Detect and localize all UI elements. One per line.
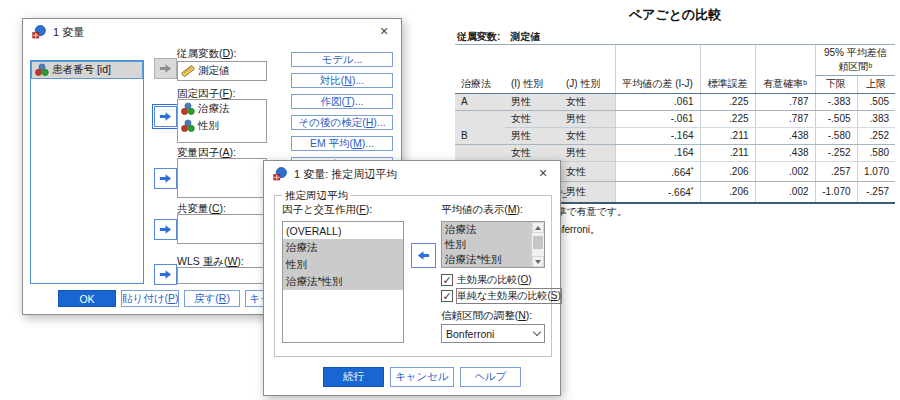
table-row: 女性 男性 -.061 .225 .787 -.505 .383 [455,111,895,128]
display-means-items: 治療法性別治療法*性別 [442,222,531,267]
dialog-titlebar[interactable]: 1 変量: 推定周辺平均 × [264,161,560,187]
screen: ペアごとの比較 従属変数:測定値 95% 平均差信頼区間ᵇ [0,0,900,400]
side-button[interactable]: EM 平均(M)... [291,136,393,151]
dialog-side-buttons: モデル...対比(N)...作図(T)...その後の検定(H)...EM 平均(… [291,52,393,172]
transfer-arrow-display-means[interactable] [411,243,436,268]
covariates-list[interactable] [177,214,267,244]
side-button[interactable]: その後の検定(H)... [291,115,393,130]
col-header: 下限 [815,76,857,94]
factor-item[interactable]: 治療法 [283,239,403,256]
side-button[interactable]: 対比(N)... [291,73,393,88]
compare-simple-effects-checkbox[interactable]: ✓ 単純な主効果の比較(S) [441,289,561,303]
display-means-list[interactable]: 治療法性別治療法*性別 [441,221,545,268]
dialog-titlebar[interactable]: 1 変量 × [23,19,401,45]
table-title: ペアごとの比較 [455,6,895,24]
dependent-variable-line: 従属変数:測定値 [457,30,550,44]
source-variable-item[interactable]: 患者番号 [id] [31,61,143,79]
col-header: (J) 性別 [560,76,615,94]
factor-item[interactable]: (OVERALL) [283,222,403,239]
col-header: 上限 [857,76,895,94]
scroll-down-icon[interactable] [532,256,544,267]
scale-variable-icon [181,64,195,78]
nominal-variable-icon [181,102,195,116]
variable-name: 治療法 [198,102,230,116]
checkbox-label: 主効果の比較(O) [457,273,532,287]
col-header: 有意確率ᵇ [755,76,815,94]
dependent-field-label: 従属変数(D): [177,47,237,61]
nominal-variable-icon [181,119,195,133]
dialog-title: 1 変量 [53,25,84,40]
fixed-factor-item[interactable]: 性別 [178,117,266,134]
compare-main-effects-checkbox[interactable]: ✓ 主効果の比較(O) [441,273,532,287]
spss-dialog-icon [32,25,46,39]
display-mean-item[interactable]: 治療法*性別 [442,252,531,267]
transfer-arrow-covariates[interactable] [154,219,177,240]
table-row: A 男性 女性 .061 .225 .787 -.383 .505 [455,94,895,111]
chevron-down-icon [533,328,541,336]
scrollbar-thumb[interactable] [533,236,543,249]
factors-interactions-list[interactable]: (OVERALL)治療法性別治療法*性別 [282,221,404,343]
continue-button[interactable]: 続行 [323,367,384,387]
random-factors-list[interactable] [177,158,267,198]
help-button[interactable]: ヘルプ [460,367,521,387]
variable-name: 性別 [198,119,219,133]
close-icon[interactable]: × [534,164,552,182]
transfer-arrow-fixed-factors[interactable] [154,106,177,127]
transfer-arrow-random-factors[interactable] [154,168,177,189]
ok-button[interactable]: OK [58,290,116,307]
variable-name: 患者番号 [id] [52,63,111,77]
col-header: (I) 性別 [505,76,560,94]
ci-adjust-label: 信頼区間の調整(N): [441,309,532,323]
table-header-row-1: 95% 平均差信頼区間ᵇ [455,45,895,76]
source-variable-list[interactable]: 患者番号 [id] [30,60,144,284]
em-means-dialog: 1 変量: 推定周辺平均 × 推定周辺平均 因子と交互作用(F): (OVERA… [263,160,561,396]
scroll-up-icon[interactable] [532,222,544,233]
ci-span-header: 95% 平均差信頼区間ᵇ [815,45,895,76]
factors-label: 因子と交互作用(F): [282,203,372,217]
fixed-factors-list[interactable]: 治療法 性別 [177,99,267,143]
checkbox-label: 単純な主効果の比較(S) [457,289,561,303]
spss-dialog-icon [273,167,287,181]
checkbox-checked-icon: ✓ [441,290,453,302]
scrollbar[interactable] [531,222,544,267]
display-means-label: 平均値の表示(M): [441,203,523,217]
wls-field[interactable] [177,267,267,284]
col-header: 平均値の差 (I-J) [615,76,700,94]
display-mean-item[interactable]: 性別 [442,237,531,252]
fixed-factor-item[interactable]: 治療法 [178,100,266,117]
table-header-row-2: 治療法 (I) 性別 (J) 性別 平均値の差 (I-J) 標準誤差 有意確率ᵇ… [455,76,895,94]
col-header: 治療法 [455,76,505,94]
dependent-variable-name: 測定値 [198,64,230,78]
dependent-variable-label: 従属変数: [457,31,500,42]
ci-adjust-select[interactable]: Bonferroni [441,324,545,343]
dependent-variable-value: 測定値 [510,31,540,42]
factor-item[interactable]: 性別 [283,256,403,273]
close-icon[interactable]: × [375,22,393,40]
reset-button[interactable]: 戻す(R) [184,290,240,307]
transfer-arrow-dependent[interactable] [154,58,177,79]
display-mean-item[interactable]: 治療法 [442,222,531,237]
groupbox-label: 推定周辺平均 [282,189,351,203]
cancel-button[interactable]: キャンセル [390,367,454,387]
table-row: B 男性 女性 -.164 .211 .438 -.580 .252 [455,128,895,145]
side-button[interactable]: 作図(T)... [291,94,393,109]
side-button[interactable]: モデル... [291,52,393,67]
col-header: 標準誤差 [700,76,755,94]
factor-item[interactable]: 治療法*性別 [283,273,403,290]
nominal-variable-icon [35,63,49,77]
dependent-field[interactable]: 測定値 [177,61,267,81]
dialog-title: 1 変量: 推定周辺平均 [294,167,397,182]
table-row: 女性 男性 .164 .211 .438 -.252 .580 [455,145,895,162]
transfer-arrow-wls[interactable] [154,264,177,285]
checkbox-checked-icon: ✓ [441,274,453,286]
paste-button[interactable]: 貼り付け(P) [121,290,179,307]
ci-adjust-value: Bonferroni [446,328,494,340]
